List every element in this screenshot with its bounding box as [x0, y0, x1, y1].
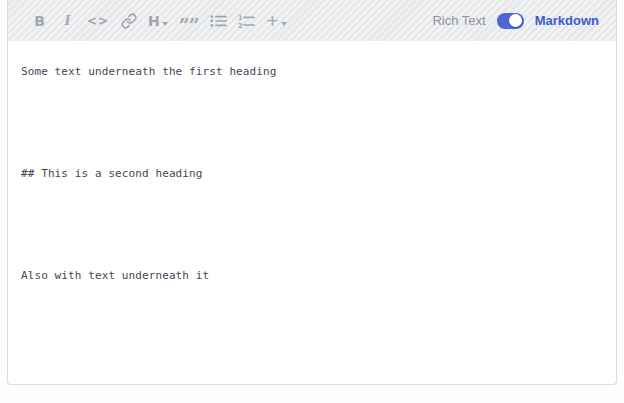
editor-toolbar: B I <> H ””: [8, 0, 616, 41]
markdown-textarea[interactable]: Some text underneath the first heading #…: [8, 41, 616, 385]
clipped-scrolled-line: Some text underneath the first heading: [21, 63, 603, 80]
bullet-list-icon: [210, 14, 227, 28]
code-icon: <>: [87, 14, 109, 28]
formatting-buttons: B I <> H ””: [30, 8, 288, 34]
chevron-down-icon: [162, 22, 168, 26]
ordered-list-icon: 12: [238, 14, 255, 28]
link-icon: [121, 13, 137, 29]
blank-line: [21, 318, 603, 335]
bullet-list-button[interactable]: [209, 8, 228, 34]
bold-icon: B: [34, 13, 45, 29]
doc-line-text: Also with text underneath it: [21, 267, 603, 284]
svg-text:1: 1: [238, 14, 243, 22]
blank-line: [21, 369, 603, 385]
markdown-label: Markdown: [535, 13, 599, 28]
link-button[interactable]: [119, 8, 138, 34]
chevron-down-icon: [281, 22, 287, 26]
italic-button[interactable]: I: [58, 8, 77, 34]
blockquote-icon: ””: [179, 20, 199, 30]
italic-icon: I: [65, 12, 71, 29]
bold-button[interactable]: B: [30, 8, 49, 34]
code-button[interactable]: <>: [86, 8, 110, 34]
toggle-knob: [509, 14, 522, 27]
heading-icon: H: [148, 13, 160, 29]
mode-toggle[interactable]: [497, 13, 524, 29]
rich-text-label: Rich Text: [432, 13, 485, 28]
svg-text:2: 2: [238, 21, 243, 27]
doc-line-heading2: ## This is a second heading: [21, 165, 603, 182]
plus-icon: +: [266, 11, 279, 30]
ordered-list-button[interactable]: 12: [237, 8, 256, 34]
markdown-editor: B I <> H ””: [7, 0, 617, 385]
mode-switch-cluster: Rich Text Markdown: [432, 13, 599, 29]
heading-button[interactable]: H: [147, 8, 169, 34]
blank-line: [21, 216, 603, 233]
blockquote-button[interactable]: ””: [178, 8, 200, 34]
blank-line: [21, 114, 603, 131]
insert-button[interactable]: +: [265, 8, 288, 34]
